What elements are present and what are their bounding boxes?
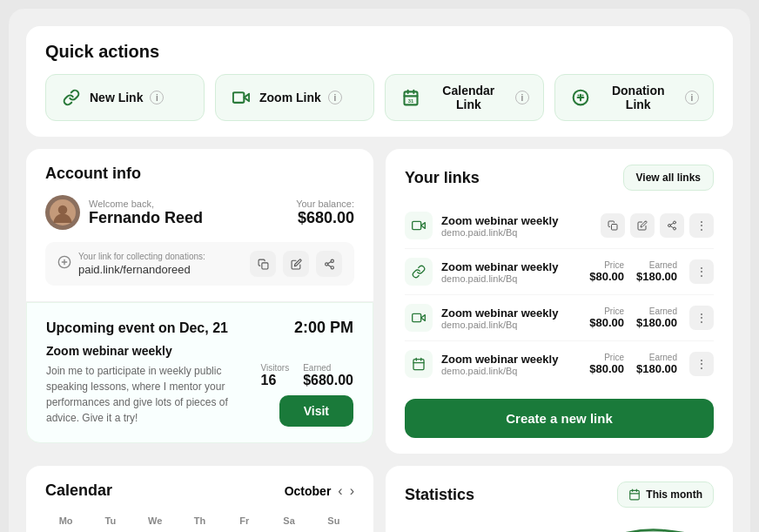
link-info: Zoom webinar weekly demo.paid.link/Bq bbox=[441, 214, 592, 238]
link-actions: ⋮ bbox=[601, 213, 714, 238]
main-grid: Account info Welcome back, Ferna bbox=[26, 149, 733, 454]
share-donation-link-button[interactable] bbox=[316, 251, 342, 277]
svg-text:31: 31 bbox=[407, 98, 413, 104]
svg-marker-21 bbox=[421, 223, 426, 229]
link-info: Zoom webinar weekly demo.paid.link/Bq bbox=[441, 353, 581, 376]
zoom-link-button[interactable]: Zoom Link i bbox=[215, 74, 374, 121]
link-more-icon[interactable]: ⋮ bbox=[689, 306, 714, 330]
link-item: Zoom webinar weekly demo.paid.link/Bq Pr… bbox=[405, 295, 714, 341]
link-url: demo.paid.link/Bq bbox=[441, 227, 592, 238]
link-earned-group: Earned $180.00 bbox=[636, 306, 677, 329]
calendar-header: Calendar October ‹ › bbox=[45, 481, 354, 500]
earned-value: $180.00 bbox=[636, 316, 677, 329]
calendar-link-info-icon[interactable]: i bbox=[515, 91, 529, 104]
price-label: Price bbox=[589, 260, 624, 270]
event-stats: Visitors 16 Earned $680.00 bbox=[261, 363, 353, 388]
statistics-title: Statistics bbox=[405, 486, 474, 504]
link-info: Zoom webinar weekly demo.paid.link/Bq bbox=[441, 260, 581, 284]
link-more-icon[interactable]: ⋮ bbox=[689, 352, 714, 376]
earned-value: $180.00 bbox=[636, 362, 677, 375]
donation-link-button[interactable]: Donation Link i bbox=[554, 74, 714, 121]
link-name: Zoom webinar weekly bbox=[441, 214, 592, 227]
price-value: $80.00 bbox=[589, 316, 624, 329]
svg-rect-30 bbox=[413, 313, 421, 321]
svg-line-27 bbox=[670, 226, 673, 228]
link-edit-icon[interactable] bbox=[630, 213, 655, 238]
donation-link-row-icon bbox=[57, 255, 71, 273]
calendar-link-label: Calendar Link bbox=[429, 84, 508, 111]
cal-day-header: Th bbox=[179, 512, 220, 529]
your-links-section: Your links View all links Zoom webinar w… bbox=[386, 149, 733, 454]
zoom-link-info-icon[interactable]: i bbox=[328, 91, 342, 104]
visit-button[interactable]: Visit bbox=[279, 395, 353, 427]
donation-link-info-icon[interactable]: i bbox=[685, 91, 699, 104]
event-description: Join me to participate in weekly public … bbox=[46, 363, 249, 427]
link-more-icon[interactable]: ⋮ bbox=[689, 259, 714, 284]
link-type-calendar-icon bbox=[405, 350, 433, 378]
link-price-group: Price $80.00 bbox=[589, 353, 624, 375]
copy-donation-link-button[interactable] bbox=[250, 251, 276, 277]
donation-link-value: paid.link/fernandoreed bbox=[78, 263, 243, 276]
new-link-icon bbox=[60, 86, 83, 109]
link-earned-group: Earned $180.00 bbox=[636, 260, 677, 283]
bottom-grid: Calendar October ‹ › Mo Tu We Th Fr Sa S… bbox=[26, 466, 733, 532]
cal-day-header: Mo bbox=[45, 512, 86, 529]
link-item: Zoom webinar weekly demo.paid.link/Bq Pr… bbox=[405, 249, 714, 295]
avatar bbox=[45, 195, 80, 230]
link-price-group: Price $80.00 bbox=[589, 260, 624, 283]
statistics-section: Statistics This month bbox=[386, 466, 733, 532]
create-new-link-button[interactable]: Create a new link bbox=[405, 399, 714, 438]
link-item: Zoom webinar weekly demo.paid.link/Bq Pr… bbox=[405, 341, 714, 387]
user-left: Welcome back, Fernando Reed bbox=[45, 195, 203, 230]
calendar-grid: Mo Tu We Th Fr Sa Su 1 2 3 4 5 6 7 bbox=[45, 512, 354, 532]
view-all-links-button[interactable]: View all links bbox=[623, 165, 714, 191]
link-type-link-icon bbox=[405, 258, 433, 286]
svg-line-20 bbox=[327, 261, 331, 263]
price-value: $80.00 bbox=[589, 270, 624, 283]
event-header-title: Upcoming event on Dec, 21 bbox=[46, 320, 228, 336]
calendar-next-button[interactable]: › bbox=[350, 483, 354, 499]
this-month-button[interactable]: This month bbox=[617, 481, 714, 508]
new-link-button[interactable]: New Link i bbox=[45, 74, 205, 121]
event-header: Upcoming event on Dec, 21 2:00 PM bbox=[46, 319, 353, 337]
calendar-nav: October ‹ › bbox=[285, 483, 354, 499]
earned-stat: Earned $680.00 bbox=[303, 363, 353, 388]
balance-label: Your balance: bbox=[296, 199, 354, 209]
upcoming-event-section: Upcoming event on Dec, 21 2:00 PM Zoom w… bbox=[26, 302, 373, 443]
link-copy-icon[interactable] bbox=[601, 213, 625, 238]
this-month-label: This month bbox=[646, 488, 702, 501]
user-info: Welcome back, Fernando Reed bbox=[89, 199, 203, 227]
calendar-link-button[interactable]: 31 Calendar Link i bbox=[385, 74, 544, 121]
price-label: Price bbox=[589, 306, 624, 316]
edit-donation-link-button[interactable] bbox=[283, 251, 309, 277]
user-name: Fernando Reed bbox=[89, 209, 203, 227]
visitors-stat: Visitors 16 bbox=[261, 363, 290, 388]
svg-rect-31 bbox=[413, 360, 424, 370]
earned-label: Earned bbox=[636, 353, 677, 362]
donation-link-actions bbox=[250, 251, 342, 277]
event-body: Join me to participate in weekly public … bbox=[46, 363, 353, 427]
welcome-text: Welcome back, bbox=[89, 199, 203, 209]
link-type-zoom-icon bbox=[405, 212, 433, 239]
earned-value: $180.00 bbox=[636, 270, 677, 283]
link-pricing: Price $80.00 Earned $180.00 ⋮ bbox=[589, 306, 714, 330]
link-info: Zoom webinar weekly demo.paid.link/Bq bbox=[441, 306, 581, 330]
svg-line-19 bbox=[327, 265, 331, 266]
link-name: Zoom webinar weekly bbox=[441, 306, 581, 320]
cal-day-header: Su bbox=[313, 512, 354, 529]
your-links-header: Your links View all links bbox=[405, 165, 714, 191]
new-link-info-icon[interactable]: i bbox=[150, 91, 164, 104]
svg-rect-15 bbox=[261, 262, 267, 268]
link-name: Zoom webinar weekly bbox=[441, 353, 581, 366]
calendar-prev-button[interactable]: ‹ bbox=[338, 483, 342, 499]
link-more-icon[interactable]: ⋮ bbox=[689, 213, 714, 238]
event-name: Zoom webinar weekly bbox=[46, 344, 353, 358]
svg-rect-1 bbox=[233, 92, 245, 103]
left-column: Account info Welcome back, Ferna bbox=[26, 149, 373, 454]
svg-line-28 bbox=[670, 223, 673, 225]
earned-label: Earned bbox=[636, 306, 677, 316]
link-share-icon[interactable] bbox=[660, 213, 684, 238]
statistics-chart bbox=[405, 520, 714, 532]
donation-link-label: Donation Link bbox=[599, 84, 679, 111]
statistics-header: Statistics This month bbox=[405, 481, 714, 508]
